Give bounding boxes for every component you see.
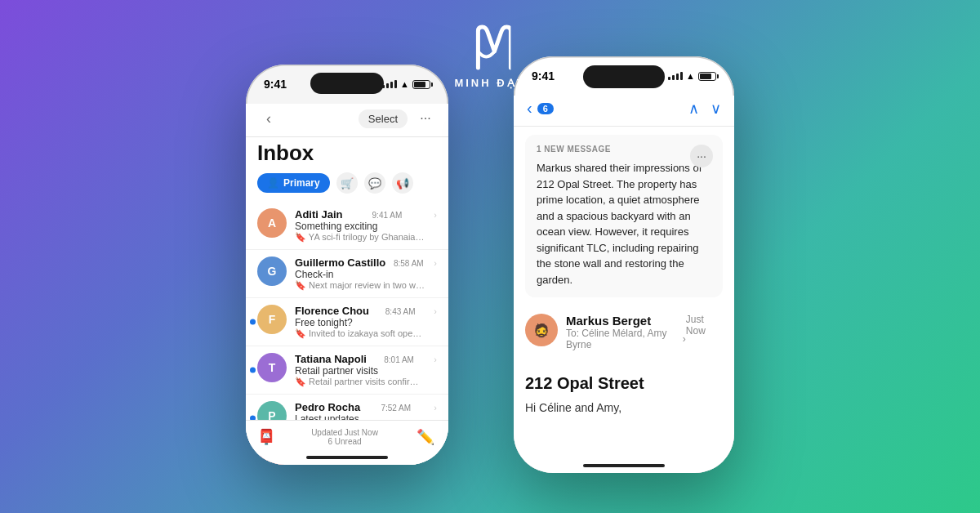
email-time: 9:41 AM <box>372 211 403 220</box>
sender-name: Markus Berget <box>566 314 686 328</box>
left-status-time: 9:41 <box>264 78 287 91</box>
email-sender: Florence Chou <box>295 305 369 317</box>
left-status-icons: ▲ <box>382 79 430 89</box>
logo-icon <box>470 23 510 72</box>
email-time: 8:01 AM <box>384 355 414 364</box>
left-phone: 9:41 ▲ ‹ <box>246 65 448 465</box>
email-subject: Retail partner visits <box>295 365 437 377</box>
chevron-right-icon: › <box>434 258 437 268</box>
left-dynamic-island <box>310 73 384 94</box>
nav-down-button[interactable]: ∨ <box>710 100 721 118</box>
logo-container: MINH ĐẠT <box>454 23 525 89</box>
avatar: F <box>257 305 287 334</box>
more-options-button[interactable]: ··· <box>690 145 713 167</box>
right-status-icons: ▲ <box>668 71 716 81</box>
unread-badge: 6 <box>537 103 554 114</box>
email-content: Aditi Jain 9:41 AM › Something exciting … <box>295 208 437 243</box>
unread-text: 6 Unread <box>311 437 378 446</box>
wifi-icon: ▲ <box>686 71 695 81</box>
logo-text: MINH ĐẠT <box>454 77 525 89</box>
email-item[interactable]: G Guillermo Castillo 8:58 AM › Check-in … <box>246 250 448 298</box>
inbox-bottom-content: 📮 Updated Just Now 6 Unread ✏️ <box>257 426 437 448</box>
email-content: Guillermo Castillo 8:58 AM › Check-in 🔖 … <box>295 256 437 291</box>
back-arrow-icon[interactable]: ‹ <box>527 99 532 118</box>
avatar: G <box>257 256 287 286</box>
avatar: A <box>257 208 287 238</box>
email-content: Tatiana Napoli 8:01 AM › Retail partner … <box>295 353 437 387</box>
email-time: 8:58 AM <box>394 259 424 268</box>
email-sender: Tatiana Napoli <box>295 353 367 365</box>
email-sender: Pedro Rocha <box>295 401 360 413</box>
tab-shopping[interactable]: 🛒 <box>336 172 358 194</box>
email-header: Aditi Jain 9:41 AM › <box>295 208 437 221</box>
summary-text: Markus shared their impressions of 212 O… <box>537 160 711 288</box>
category-tabs: 👤 Primary 🛒 💬 📢 <box>246 172 448 202</box>
email-item[interactable]: A Aditi Jain 9:41 AM › Something excitin… <box>246 202 448 250</box>
tab-promo[interactable]: 📢 <box>392 172 413 194</box>
email-time: 8:43 AM <box>385 307 416 316</box>
message-header: 🧔 Markus Berget To: Céline Mélard, Amy B… <box>525 314 723 350</box>
right-signal-bars-icon <box>668 72 683 80</box>
email-preview: 🔖 Retail partner visits confirmed. Prefe… <box>295 377 425 387</box>
nav-right-buttons: Select ··· <box>359 107 437 130</box>
message-time: Just Now <box>686 314 723 337</box>
chevron-right-icon: › <box>434 306 437 316</box>
back-chevron-icon: ‹ <box>266 110 271 127</box>
detail-nav-right: ∧ ∨ <box>688 100 721 118</box>
email-item[interactable]: F Florence Chou 8:43 AM › Free tonight? … <box>246 298 448 346</box>
email-subject: Something exciting <box>295 221 437 232</box>
avatar: T <box>257 353 287 382</box>
email-preview: 🔖 Next major review in two weeks. Schedu… <box>295 280 425 291</box>
email-sender: Guillermo Castillo <box>295 256 385 269</box>
email-header: Florence Chou 8:43 AM › <box>295 305 437 317</box>
phones-container: 9:41 ▲ ‹ <box>246 56 734 473</box>
summary-label: 1 NEW MESSAGE <box>537 145 711 154</box>
home-indicator <box>306 456 388 459</box>
email-time: 7:52 AM <box>381 404 411 413</box>
sender-details: Markus Berget To: Céline Mélard, Amy Byr… <box>566 314 686 350</box>
right-status-time: 9:41 <box>532 69 555 83</box>
email-header: Guillermo Castillo 8:58 AM › <box>295 256 437 269</box>
right-phone: 9:41 ▲ ‹ 6 <box>514 56 734 473</box>
right-home-indicator <box>583 464 665 467</box>
email-detail-screen: ‹ 6 ∧ ∨ 1 NEW MESSAGE Markus shared thei… <box>514 96 734 473</box>
wifi-icon: ▲ <box>400 79 409 89</box>
email-item[interactable]: T Tatiana Napoli 8:01 AM › Retail partne… <box>246 346 448 395</box>
tab-primary[interactable]: 👤 Primary <box>257 173 330 193</box>
right-battery-icon <box>698 72 716 81</box>
detail-navbar: ‹ 6 ∧ ∨ <box>514 96 734 127</box>
back-button[interactable]: ‹ <box>257 107 280 130</box>
inbox-title: Inbox <box>246 137 448 172</box>
inbox-screen: ‹ Select ··· Inbox 👤 Primary 🛒 💬 📢 <box>246 104 448 465</box>
mailbox-icon[interactable]: 📮 <box>257 428 275 446</box>
email-subject: Free tonight? <box>295 317 437 328</box>
email-header: Tatiana Napoli 8:01 AM › <box>295 353 437 365</box>
chevron-right-icon: › <box>434 210 437 220</box>
tab-chat[interactable]: 💬 <box>364 172 385 194</box>
sender-to: To: Céline Mélard, Amy Byrne › <box>566 328 686 350</box>
detail-nav-left: ‹ 6 <box>527 99 554 118</box>
nav-up-button[interactable]: ∧ <box>688 100 699 118</box>
footer-text: Updated Just Now 6 Unread <box>311 428 378 446</box>
email-subject-line: 212 Opal Street <box>525 373 723 393</box>
compose-button[interactable]: ✏️ <box>414 426 437 448</box>
chevron-right-icon: › <box>434 403 437 413</box>
email-header: Pedro Rocha 7:52 AM › <box>295 401 437 413</box>
chevron-right-icon: › <box>434 355 437 364</box>
email-subject: Check-in <box>295 269 437 280</box>
email-content: Florence Chou 8:43 AM › Free tonight? 🔖 … <box>295 305 437 339</box>
right-dynamic-island <box>583 65 665 88</box>
select-button[interactable]: Select <box>359 109 408 128</box>
battery-icon <box>412 80 430 89</box>
email-preview: 🔖 YA sci-fi trilogy by Ghanaian author, … <box>295 232 425 243</box>
more-button[interactable]: ··· <box>414 107 437 130</box>
email-message: 🧔 Markus Berget To: Céline Mélard, Amy B… <box>514 306 734 362</box>
person-icon: 👤 <box>267 177 279 189</box>
sender-avatar: 🧔 <box>525 314 558 346</box>
inbox-navbar: ‹ Select ··· <box>246 104 448 137</box>
to-text: To: Céline Mélard, Amy Byrne <box>566 328 680 350</box>
email-preview: 🔖 Invited to izakaya soft opening by Flo… <box>295 328 425 339</box>
signal-bars-icon <box>382 80 397 88</box>
email-sender: Aditi Jain <box>295 208 343 221</box>
email-body: Hi Céline and Amy, <box>514 399 734 417</box>
